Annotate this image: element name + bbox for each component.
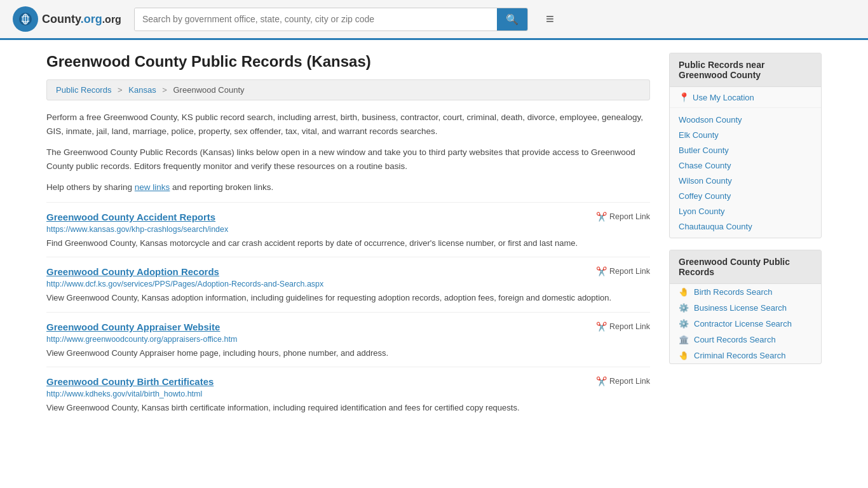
search-icon: 🔍 bbox=[506, 14, 519, 25]
link-icon: ⚙️ bbox=[679, 319, 689, 329]
public-records-link-item: 🏛️ Court Records Search bbox=[670, 332, 821, 348]
report-link-2[interactable]: ✂️ Report Link bbox=[596, 322, 650, 332]
nearby-county-item: Chase County bbox=[670, 158, 821, 173]
public-records-link[interactable]: Birth Records Search bbox=[694, 287, 773, 297]
search-bar: 🔍 bbox=[134, 8, 528, 31]
page-content: Greenwood County Public Records (Kansas)… bbox=[27, 40, 841, 435]
use-location[interactable]: 📍 Use My Location bbox=[670, 87, 821, 108]
record-desc: View Greenwood County, Kansas adoption i… bbox=[46, 292, 650, 304]
public-records-link[interactable]: Court Records Search bbox=[694, 335, 776, 344]
link-icon: 🤚 bbox=[679, 287, 689, 297]
nearby-county-link[interactable]: Chautauqua County bbox=[679, 222, 752, 231]
nearby-county-link[interactable]: Butler County bbox=[679, 146, 729, 155]
search-button[interactable]: 🔍 bbox=[497, 8, 527, 30]
record-desc: View Greenwood County Appraiser home pag… bbox=[46, 347, 650, 360]
logo-text: County.org.org bbox=[42, 13, 121, 26]
record-title[interactable]: Greenwood County Birth Certificates bbox=[46, 376, 214, 387]
record-entry: Greenwood County Appraiser Website ✂️ Re… bbox=[46, 312, 650, 367]
record-title[interactable]: Greenwood County Accident Reports bbox=[46, 212, 215, 222]
public-records-link[interactable]: Business License Search bbox=[694, 303, 787, 313]
record-header: Greenwood County Adoption Records ✂️ Rep… bbox=[46, 266, 650, 277]
report-icon: ✂️ bbox=[596, 322, 607, 332]
nearby-counties-list: Woodson CountyElk CountyButler CountyCha… bbox=[670, 108, 821, 238]
record-title[interactable]: Greenwood County Adoption Records bbox=[46, 266, 219, 277]
record-entry: Greenwood County Accident Reports ✂️ Rep… bbox=[46, 202, 650, 257]
nearby-county-item: Coffey County bbox=[670, 188, 821, 203]
page-title: Greenwood County Public Records (Kansas) bbox=[46, 53, 650, 71]
nearby-county-link[interactable]: Woodson County bbox=[679, 115, 742, 125]
nearby-county-link[interactable]: Wilson County bbox=[679, 176, 732, 186]
breadcrumb-sep-2: > bbox=[162, 85, 167, 95]
new-links-link[interactable]: new links bbox=[135, 182, 170, 192]
nearby-county-item: Lyon County bbox=[670, 203, 821, 219]
nearby-county-link[interactable]: Coffey County bbox=[679, 191, 731, 201]
public-records-link-item: ⚙️ Contractor License Search bbox=[670, 316, 821, 332]
record-header: Greenwood County Accident Reports ✂️ Rep… bbox=[46, 212, 650, 222]
nearby-county-link[interactable]: Chase County bbox=[679, 161, 731, 170]
record-url[interactable]: http://www.dcf.ks.gov/services/PPS/Pages… bbox=[46, 280, 650, 288]
nearby-county-item: Chautauqua County bbox=[670, 219, 821, 234]
description-2: The Greenwood County Public Records (Kan… bbox=[46, 146, 650, 173]
report-icon: ✂️ bbox=[596, 212, 607, 222]
description-3: Help others by sharing new links and rep… bbox=[46, 180, 650, 194]
breadcrumb-kansas[interactable]: Kansas bbox=[128, 85, 156, 95]
record-header: Greenwood County Birth Certificates ✂️ R… bbox=[46, 376, 650, 387]
link-icon: 🤚 bbox=[679, 351, 689, 360]
record-entry: Greenwood County Adoption Records ✂️ Rep… bbox=[46, 257, 650, 312]
report-link-3[interactable]: ✂️ Report Link bbox=[596, 376, 650, 386]
location-icon: 📍 bbox=[679, 92, 689, 102]
record-header: Greenwood County Appraiser Website ✂️ Re… bbox=[46, 322, 650, 332]
nearby-county-item: Wilson County bbox=[670, 173, 821, 188]
link-icon: 🏛️ bbox=[679, 335, 689, 344]
breadcrumb-sep-1: > bbox=[118, 85, 123, 95]
search-input[interactable] bbox=[135, 8, 497, 30]
public-records-title: Greenwood County Public Records bbox=[670, 250, 821, 284]
public-records-link-item: 🤚 Birth Records Search bbox=[670, 284, 821, 300]
public-records-link-item: 🤚 Criminal Records Search bbox=[670, 348, 821, 363]
record-list: Greenwood County Accident Reports ✂️ Rep… bbox=[46, 202, 650, 422]
public-records-link[interactable]: Criminal Records Search bbox=[694, 351, 786, 360]
record-desc: View Greenwood County, Kansas birth cert… bbox=[46, 402, 650, 414]
sidebar: Public Records near Greenwood County 📍 U… bbox=[669, 53, 822, 422]
nearby-county-item: Woodson County bbox=[670, 112, 821, 127]
link-icon: ⚙️ bbox=[679, 303, 689, 313]
report-link-0[interactable]: ✂️ Report Link bbox=[596, 212, 650, 222]
record-url[interactable]: http://www.kdheks.gov/vital/birth_howto.… bbox=[46, 390, 650, 398]
breadcrumb-current: Greenwood County bbox=[173, 85, 245, 95]
logo-icon bbox=[13, 6, 38, 32]
breadcrumb-public-records[interactable]: Public Records bbox=[56, 85, 111, 95]
report-icon: ✂️ bbox=[596, 266, 607, 276]
report-icon: ✂️ bbox=[596, 376, 607, 386]
public-records-link-item: ⚙️ Business License Search bbox=[670, 300, 821, 316]
report-link-1[interactable]: ✂️ Report Link bbox=[596, 266, 650, 276]
record-desc: Find Greenwood County, Kansas motorcycle… bbox=[46, 237, 650, 250]
breadcrumb: Public Records > Kansas > Greenwood Coun… bbox=[46, 79, 650, 100]
nearby-title: Public Records near Greenwood County bbox=[670, 53, 821, 87]
record-entry: Greenwood County Birth Certificates ✂️ R… bbox=[46, 367, 650, 422]
nearby-section: Public Records near Greenwood County 📍 U… bbox=[669, 53, 822, 238]
public-records-link[interactable]: Contractor License Search bbox=[694, 319, 792, 329]
site-header: County.org.org 🔍 ≡ bbox=[0, 0, 868, 40]
record-title[interactable]: Greenwood County Appraiser Website bbox=[46, 322, 220, 332]
main-column: Greenwood County Public Records (Kansas)… bbox=[46, 53, 650, 422]
nearby-county-item: Elk County bbox=[670, 127, 821, 142]
public-records-section: Greenwood County Public Records 🤚 Birth … bbox=[669, 250, 822, 364]
description-1: Perform a free Greenwood County, KS publ… bbox=[46, 111, 650, 138]
record-url[interactable]: https://www.kansas.gov/khp-crashlogs/sea… bbox=[46, 225, 650, 234]
nearby-county-item: Butler County bbox=[670, 142, 821, 158]
record-url[interactable]: http://www.greenwoodcounty.org/appraiser… bbox=[46, 335, 650, 344]
menu-button[interactable]: ≡ bbox=[541, 8, 559, 30]
nearby-county-link[interactable]: Lyon County bbox=[679, 207, 725, 216]
public-records-links: 🤚 Birth Records Search ⚙️ Business Licen… bbox=[670, 284, 821, 363]
site-logo[interactable]: County.org.org bbox=[13, 6, 121, 32]
nearby-county-link[interactable]: Elk County bbox=[679, 130, 719, 140]
menu-icon: ≡ bbox=[546, 11, 554, 27]
